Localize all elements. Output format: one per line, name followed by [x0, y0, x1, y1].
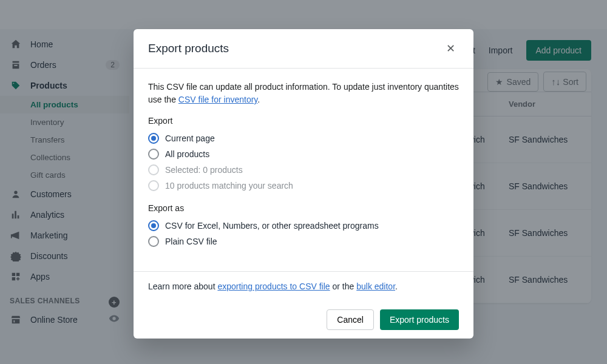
format-option-radio[interactable]: Plain CSV file: [148, 234, 459, 249]
exporting-csv-link[interactable]: exporting products to CSV file: [217, 281, 330, 291]
cancel-button[interactable]: Cancel: [327, 309, 374, 330]
radio-label: All products: [165, 149, 209, 159]
export-modal: Export products ✕ This CSV file can upda…: [134, 29, 473, 339]
close-icon[interactable]: ✕: [442, 40, 459, 57]
export-products-button[interactable]: Export products: [380, 309, 459, 330]
radio-icon: [148, 149, 159, 160]
export-section-label: Export: [148, 116, 459, 126]
modal-learn-more: Learn more about exporting products to C…: [134, 272, 473, 301]
modal-overlay: Export products ✕ This CSV file can upda…: [0, 0, 607, 364]
radio-label: Plain CSV file: [165, 237, 217, 246]
exportas-section-label: Export as: [148, 203, 459, 213]
radio-label: Selected: 0 products: [165, 165, 243, 175]
modal-title: Export products: [148, 42, 442, 55]
radio-icon: [148, 180, 159, 191]
bulk-editor-link[interactable]: bulk editor: [356, 281, 395, 291]
radio-label: CSV for Excel, Numbers, or other spreads…: [165, 221, 379, 231]
radio-label: 10 products matching your search: [165, 181, 293, 190]
csv-inventory-link[interactable]: CSV file for inventory: [178, 95, 257, 104]
export-option-radio: Selected: 0 products: [148, 162, 459, 178]
radio-icon: [148, 164, 159, 175]
format-option-radio[interactable]: CSV for Excel, Numbers, or other spreads…: [148, 218, 459, 234]
export-option-radio[interactable]: All products: [148, 146, 459, 162]
export-option-radio[interactable]: Current page: [148, 130, 459, 146]
export-option-radio: 10 products matching your search: [148, 178, 459, 194]
radio-icon: [148, 236, 159, 247]
radio-icon: [148, 220, 159, 231]
modal-description: This CSV file can update all product inf…: [148, 81, 459, 106]
radio-icon: [148, 133, 159, 144]
radio-label: Current page: [165, 133, 215, 143]
